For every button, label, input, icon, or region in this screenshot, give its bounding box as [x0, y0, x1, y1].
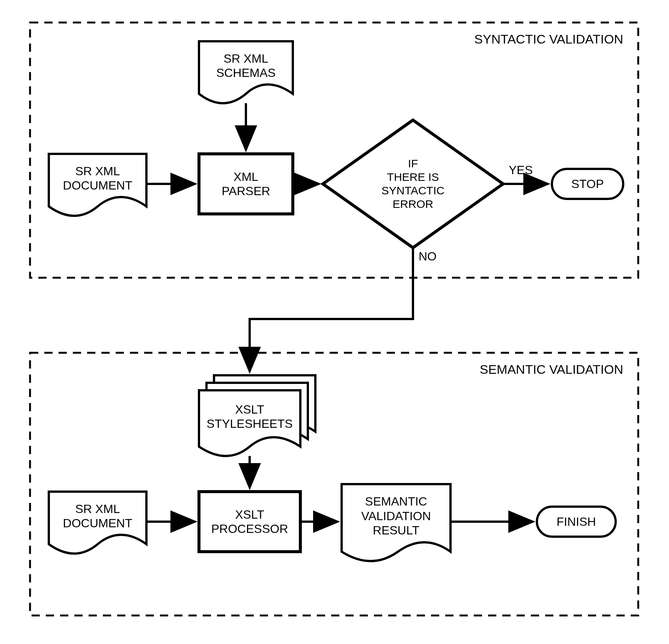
syntactic-section-box [30, 23, 638, 278]
no-label: NO [419, 250, 437, 263]
finish-text: FINISH [537, 507, 616, 537]
processor-text: XSLTPROCESSOR [199, 492, 300, 552]
flowchart-svg [15, 15, 653, 630]
yes-label: YES [509, 163, 533, 177]
semantic-section-box [30, 353, 638, 615]
stylesheets-text: XSLTSTYLESHEETS [199, 394, 300, 439]
doc2-text: SR XMLDOCUMENT [49, 495, 146, 537]
parser-text: XMLPARSER [199, 154, 293, 214]
result-text: SEMANTICVALIDATIONRESULT [342, 488, 451, 544]
flowchart-container: SYNTACTIC VALIDATION SEMANTIC VALIDATION… [15, 15, 653, 630]
schemas-text: SR XMLSCHEMAS [199, 45, 293, 86]
semantic-validation-label: SEMANTIC VALIDATION [480, 362, 623, 377]
syntactic-validation-label: SYNTACTIC VALIDATION [474, 32, 623, 47]
decision-text: IFTHERE ISSYNTACTICERROR [353, 143, 473, 225]
doc1-text: SR XMLDOCUMENT [49, 158, 146, 199]
stop-text: STOP [552, 169, 623, 199]
